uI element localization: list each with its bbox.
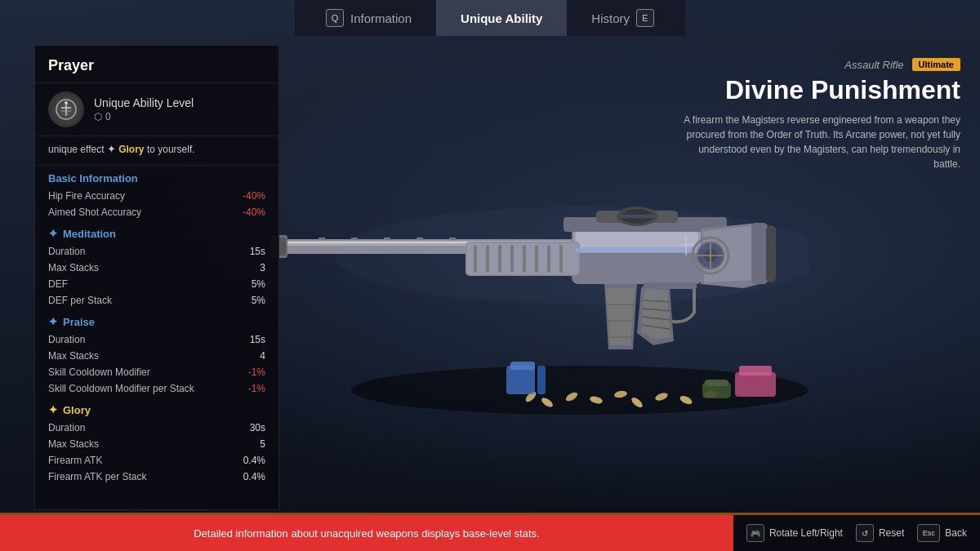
level-icon: ⬡ bbox=[94, 111, 102, 122]
stat-name: Duration bbox=[48, 422, 85, 433]
stat-name: DEF per Stack bbox=[48, 295, 112, 306]
svg-rect-67 bbox=[739, 366, 772, 375]
stat-value: 5% bbox=[252, 295, 265, 306]
stat-value: 5% bbox=[252, 278, 265, 290]
ctrl-back-label: Back bbox=[945, 527, 967, 539]
effect-suffix: to yourself. bbox=[147, 144, 195, 155]
svg-rect-12 bbox=[318, 238, 325, 240]
stat-name: Aimed Shot Accuracy bbox=[48, 207, 141, 218]
section-basic-info-header: Basic Information bbox=[35, 166, 278, 188]
stat-name: Firearm ATK per Stack bbox=[48, 471, 146, 482]
stat-name: Firearm ATK bbox=[48, 455, 102, 466]
stat-value: -1% bbox=[248, 383, 265, 394]
stat-value: 4 bbox=[260, 350, 265, 362]
stats-section: Basic Information Hip Fire Accuracy -40%… bbox=[35, 166, 278, 485]
stat-glory-atk: Firearm ATK 0.4% bbox=[35, 452, 278, 469]
stat-value: 3 bbox=[260, 262, 265, 273]
ctrl-rotate-label: Rotate Left/Right bbox=[769, 527, 843, 539]
glory-sect-icon: ✦ bbox=[48, 403, 58, 416]
level-value: 0 bbox=[105, 111, 111, 122]
stat-praise-duration: Duration 15s bbox=[35, 331, 278, 348]
ability-name: Unique Ability Level bbox=[94, 96, 194, 109]
section-praise-header[interactable]: ✦ Praise bbox=[35, 309, 278, 331]
section-meditation-header[interactable]: ✦ Meditation bbox=[35, 220, 278, 243]
stat-name: Skill Cooldown Modifier bbox=[48, 367, 150, 378]
tab-bar: Q Information Unique Ability History E bbox=[0, 0, 980, 36]
stat-value: 15s bbox=[250, 334, 265, 345]
stat-praise-maxstacks: Max Stacks 4 bbox=[35, 348, 278, 364]
unique-effect-label: unique effect bbox=[48, 144, 105, 155]
stat-name: Duration bbox=[48, 334, 85, 345]
ability-level: ⬡ 0 bbox=[94, 111, 194, 122]
stat-value: 5 bbox=[260, 438, 265, 450]
praise-label: Praise bbox=[63, 316, 95, 328]
unique-effect: unique effect ✦ Glory to yourself. bbox=[35, 136, 278, 166]
ability-header: Unique Ability Level ⬡ 0 bbox=[35, 83, 278, 136]
svg-rect-66 bbox=[735, 372, 776, 397]
stat-value: -40% bbox=[243, 207, 265, 218]
glory-label: Glory bbox=[63, 404, 91, 416]
ctrl-rotate: 🎮 Rotate Left/Right bbox=[746, 524, 843, 542]
bottom-bar: Detailed information about unacquired we… bbox=[0, 515, 980, 551]
stat-name: Max Stacks bbox=[48, 350, 99, 362]
reset-icon: ↺ bbox=[856, 524, 874, 542]
stat-praise-cooldown: Skill Cooldown Modifier -1% bbox=[35, 364, 278, 380]
stat-name: Hip Fire Accuracy bbox=[48, 190, 125, 202]
stat-glory-duration: Duration 30s bbox=[35, 420, 278, 436]
panel-title: Prayer bbox=[35, 46, 278, 83]
info-text: Detailed information about unacquired we… bbox=[194, 527, 539, 540]
weapon-description: A firearm the Magisters reverse engineer… bbox=[673, 113, 960, 171]
glory-effect-target: Glory bbox=[118, 144, 144, 155]
meditation-icon: ✦ bbox=[48, 227, 58, 240]
svg-rect-69 bbox=[705, 380, 728, 386]
left-panel: Prayer Unique Ability Level ⬡ 0 unique e… bbox=[34, 45, 279, 510]
info-strip: Detailed information about unacquired we… bbox=[0, 515, 733, 551]
stat-name: Skill Cooldown Modifier per Stack bbox=[48, 383, 194, 394]
glory-icon: ✦ bbox=[107, 143, 116, 155]
stat-med-duration: Duration 15s bbox=[35, 243, 278, 260]
stat-value: 0.4% bbox=[243, 455, 265, 466]
ability-icon bbox=[48, 91, 84, 127]
rotate-icon: 🎮 bbox=[746, 524, 764, 542]
stat-med-maxstacks: Max Stacks 3 bbox=[35, 260, 278, 276]
stat-name: DEF bbox=[48, 278, 68, 290]
controls-strip: 🎮 Rotate Left/Right ↺ Reset Esc Back bbox=[733, 515, 980, 551]
tab-history[interactable]: History E bbox=[567, 0, 685, 36]
praise-icon: ✦ bbox=[48, 315, 58, 328]
tab-information[interactable]: Q Information bbox=[295, 0, 436, 36]
stat-med-def-stack: DEF per Stack 5% bbox=[35, 292, 278, 309]
stat-glory-maxstacks: Max Stacks 5 bbox=[35, 436, 278, 452]
svg-rect-64 bbox=[510, 362, 535, 370]
meditation-label: Meditation bbox=[63, 228, 116, 240]
stat-name: Duration bbox=[48, 246, 85, 257]
stat-glory-atk-stack: Firearm ATK per Stack 0.4% bbox=[35, 469, 278, 485]
weapon-name: Divine Punishment bbox=[673, 76, 960, 104]
right-panel: Assault Rifle Ultimate Divine Punishment… bbox=[653, 45, 980, 184]
stat-value: 0.4% bbox=[243, 471, 265, 482]
ctrl-reset: ↺ Reset bbox=[856, 524, 904, 542]
tab-unique-ability[interactable]: Unique Ability bbox=[436, 0, 567, 36]
tab-key-q: Q bbox=[326, 9, 344, 27]
tab-key-e: E bbox=[636, 9, 654, 27]
svg-rect-63 bbox=[506, 366, 535, 394]
ctrl-reset-label: Reset bbox=[879, 527, 904, 539]
stat-value: 30s bbox=[250, 422, 265, 433]
tab-information-label: Information bbox=[350, 11, 412, 25]
stat-praise-cooldown-stack: Skill Cooldown Modifier per Stack -1% bbox=[35, 380, 278, 397]
ctrl-back: Esc Back bbox=[917, 524, 967, 542]
section-glory-header[interactable]: ✦ Glory bbox=[35, 397, 278, 420]
tab-unique-ability-label: Unique Ability bbox=[461, 11, 542, 25]
svg-rect-65 bbox=[537, 366, 546, 394]
ability-info: Unique Ability Level ⬡ 0 bbox=[94, 96, 194, 122]
back-key-icon: Esc bbox=[917, 524, 940, 542]
weapon-type-label: Assault Rifle bbox=[844, 59, 903, 71]
stat-aimed-shot: Aimed Shot Accuracy -40% bbox=[35, 204, 278, 220]
ultimate-badge: Ultimate bbox=[912, 58, 960, 71]
svg-point-70 bbox=[335, 207, 808, 304]
stat-name: Max Stacks bbox=[48, 438, 99, 450]
stat-hip-fire: Hip Fire Accuracy -40% bbox=[35, 188, 278, 204]
stat-med-def: DEF 5% bbox=[35, 276, 278, 292]
stat-value: 15s bbox=[250, 246, 265, 257]
stat-value: -40% bbox=[243, 190, 265, 202]
svg-point-1 bbox=[65, 101, 68, 104]
